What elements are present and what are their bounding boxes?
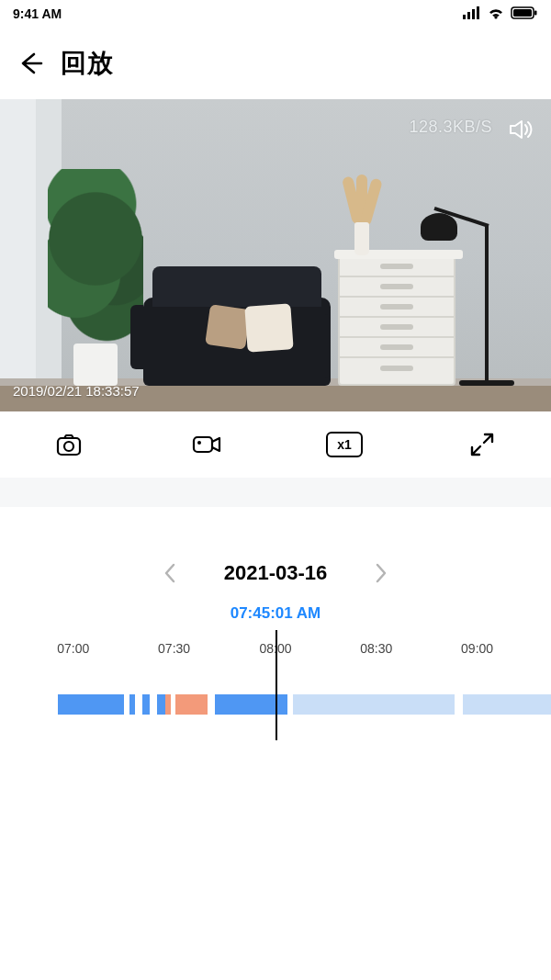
scene-decor	[0, 99, 37, 411]
status-bar: 9:41 AM	[0, 0, 551, 28]
date-picker: 2021-03-16	[0, 547, 551, 599]
timeline-segment	[165, 694, 171, 715]
svg-rect-2	[472, 9, 475, 19]
timeline-segment	[293, 694, 455, 715]
timeline-segment	[157, 694, 165, 715]
sound-toggle-button[interactable]	[503, 112, 538, 147]
svg-point-10	[197, 441, 201, 445]
timeline-segment	[463, 694, 551, 715]
video-preview[interactable]: 128.3KB/S 2019/02/21 18:33:57	[0, 99, 551, 411]
next-day-button[interactable]	[373, 565, 389, 581]
speed-button[interactable]: x1	[326, 426, 363, 463]
playback-toolbar: x1	[0, 411, 551, 478]
svg-rect-0	[463, 15, 466, 19]
svg-rect-5	[513, 9, 532, 17]
bitrate-label: 128.3KB/S	[409, 118, 492, 137]
svg-rect-7	[58, 438, 80, 455]
timeline-segment	[58, 694, 124, 715]
nav-bar: 回放	[0, 28, 551, 99]
selected-date[interactable]: 2021-03-16	[224, 561, 328, 585]
svg-rect-1	[467, 12, 470, 19]
tick-label: 07:00	[57, 641, 89, 656]
section-divider	[0, 478, 551, 507]
playhead-indicator	[276, 630, 277, 740]
battery-icon	[511, 6, 538, 22]
playhead-time: 07:45:01 AM	[0, 604, 551, 623]
timeline-segment	[129, 694, 135, 715]
signal-icon	[463, 6, 481, 22]
timeline[interactable]: 07:0007:3008:0008:3009:00	[0, 630, 551, 740]
svg-rect-6	[534, 10, 537, 15]
tick-label: 07:30	[158, 641, 190, 656]
expand-icon	[468, 431, 496, 458]
svg-rect-9	[194, 437, 212, 452]
speaker-icon	[507, 116, 534, 143]
screenshot-button[interactable]	[51, 426, 87, 463]
status-indicators	[463, 6, 538, 22]
video-timestamp: 2019/02/21 18:33:57	[13, 383, 140, 399]
video-record-icon	[191, 430, 222, 459]
prev-day-button[interactable]	[162, 565, 178, 581]
svg-rect-3	[477, 6, 479, 19]
speed-label: x1	[326, 432, 363, 457]
camera-icon	[54, 430, 84, 459]
fullscreen-button[interactable]	[464, 426, 500, 463]
svg-point-8	[64, 442, 73, 451]
wifi-icon	[487, 6, 505, 22]
timeline-segment	[142, 694, 150, 715]
record-button[interactable]	[188, 426, 225, 463]
page-title: 回放	[61, 46, 114, 81]
back-button[interactable]	[17, 50, 44, 77]
tick-label: 08:30	[360, 641, 392, 656]
status-time: 9:41 AM	[13, 6, 62, 21]
timeline-segment	[175, 694, 208, 715]
tick-label: 09:00	[461, 641, 493, 656]
